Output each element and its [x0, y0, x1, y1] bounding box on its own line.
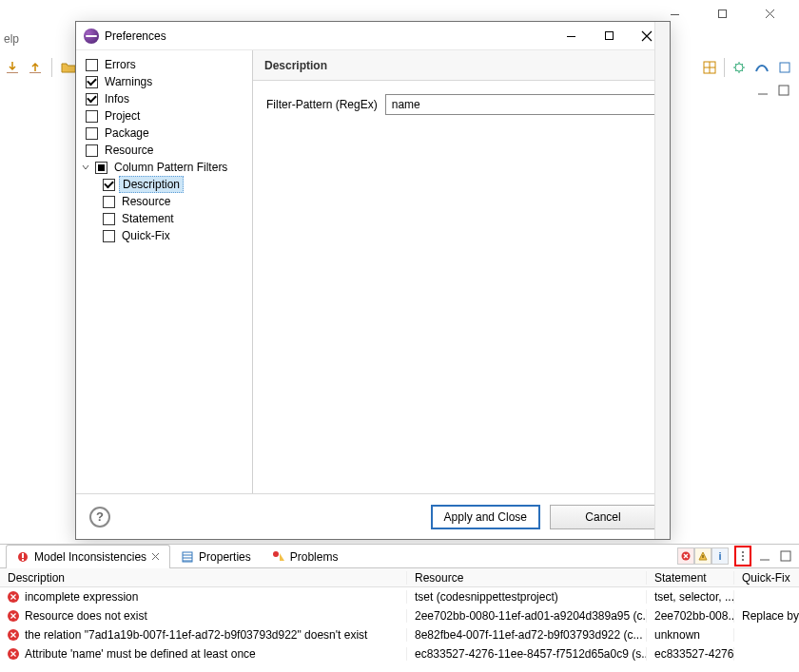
problems-icon	[272, 550, 285, 564]
properties-icon	[181, 550, 194, 564]
tree-item-infos[interactable]: Infos	[80, 90, 248, 107]
svg-rect-12	[702, 555, 703, 558]
editor-min-restore	[755, 84, 791, 97]
preferences-dialog: Preferences Errors Warnings Infos Projec…	[75, 21, 671, 540]
checkbox-icon[interactable]	[86, 59, 98, 71]
error-icon	[8, 629, 19, 641]
maximize-view-icon[interactable]	[776, 84, 791, 97]
dialog-titlebar[interactable]: Preferences	[76, 22, 670, 50]
view-tabbar: Model Inconsistencies Properties Problem…	[0, 545, 799, 568]
dialog-maximize-button[interactable]	[590, 23, 628, 49]
error-icon	[8, 648, 19, 660]
tree-item-description[interactable]: Description	[80, 176, 248, 193]
table-row[interactable]: the relation "7ad1a19b-007f-11ef-ad72-b9…	[0, 625, 799, 644]
checkbox-icon[interactable]	[86, 144, 98, 157]
close-tab-icon[interactable]	[151, 552, 160, 561]
error-icon	[8, 591, 19, 603]
inconsistencies-table[interactable]: Description Resource Statement Quick-Fix…	[0, 568, 799, 663]
filter-infos-icon[interactable]: i	[711, 547, 729, 565]
filter-errors-icon[interactable]	[677, 547, 694, 565]
menubar-fragment: elp	[0, 32, 19, 46]
table-header: Description Resource Statement Quick-Fix	[0, 568, 799, 587]
preferences-tree[interactable]: Errors Warnings Infos Project Package Re…	[76, 50, 253, 493]
cancel-button[interactable]: Cancel	[550, 505, 656, 529]
chevron-down-icon[interactable]	[80, 162, 91, 173]
svg-point-14	[742, 555, 744, 557]
tree-item-errors[interactable]: Errors	[80, 56, 248, 73]
vertical-scrollbar[interactable]	[654, 50, 670, 493]
error-icon	[8, 610, 19, 622]
arc-perspective-icon[interactable]	[753, 59, 770, 76]
svg-rect-7	[22, 553, 24, 558]
view-menu-button[interactable]	[734, 546, 751, 566]
tree-item-statement[interactable]: Statement	[80, 210, 248, 227]
checkbox-icon[interactable]	[103, 196, 115, 208]
svg-point-13	[742, 551, 744, 553]
checkbox-partial-icon[interactable]	[95, 162, 107, 174]
views-panel: Model Inconsistencies Properties Problem…	[0, 544, 799, 672]
minimize-panel-icon[interactable]	[757, 549, 772, 563]
checkbox-icon[interactable]	[86, 110, 98, 123]
checkbox-icon[interactable]	[86, 76, 98, 88]
svg-point-10	[273, 551, 279, 557]
debug-perspective-icon[interactable]	[731, 59, 748, 76]
tab-label: Problems	[290, 550, 339, 564]
tree-item-column-pattern-filters[interactable]: Column Pattern Filters	[80, 159, 248, 176]
svg-point-15	[742, 559, 744, 561]
tab-problems[interactable]: Problems	[262, 545, 349, 567]
tree-item-quick-fix[interactable]: Quick-Fix	[80, 227, 248, 244]
svg-rect-16	[781, 551, 790, 561]
svg-rect-3	[780, 63, 789, 72]
main-toolbar-right	[701, 53, 793, 82]
column-description[interactable]: Description	[0, 571, 407, 585]
tree-item-package[interactable]: Package	[80, 125, 248, 142]
checkbox-icon[interactable]	[103, 230, 115, 242]
parent-close-button[interactable]	[753, 3, 786, 24]
table-row[interactable]: Resource does not exist 2ee702bb-0080-11…	[0, 606, 799, 625]
inconsistency-icon	[16, 550, 29, 564]
maximize-panel-icon[interactable]	[778, 549, 793, 563]
dialog-title: Preferences	[105, 29, 552, 43]
parent-window-controls	[658, 0, 799, 27]
svg-rect-0	[718, 10, 726, 17]
parent-maximize-button[interactable]	[706, 3, 738, 24]
preferences-content: Description Filter-Pattern (RegEx)	[253, 50, 670, 493]
table-row[interactable]: incomplete expression tset (codesnippett…	[0, 587, 799, 606]
tab-label: Model Inconsistencies	[34, 550, 146, 564]
tree-item-warnings[interactable]: Warnings	[80, 73, 248, 90]
svg-rect-5	[605, 32, 613, 40]
svg-rect-8	[22, 559, 24, 561]
filter-pattern-label: Filter-Pattern (RegEx)	[266, 94, 378, 111]
minimize-view-icon[interactable]	[755, 84, 770, 97]
import-icon[interactable]	[4, 59, 21, 76]
tab-label: Properties	[199, 550, 251, 564]
checkbox-icon[interactable]	[86, 127, 98, 140]
checkbox-icon[interactable]	[86, 93, 98, 106]
tab-properties[interactable]: Properties	[170, 545, 262, 567]
column-statement[interactable]: Statement	[647, 571, 734, 585]
checkbox-icon[interactable]	[103, 179, 115, 191]
eclipse-icon	[84, 29, 99, 44]
tree-item-project[interactable]: Project	[80, 107, 248, 125]
dialog-minimize-button[interactable]	[552, 23, 590, 49]
tab-model-inconsistencies[interactable]: Model Inconsistencies	[6, 545, 170, 567]
column-quick-fix[interactable]: Quick-Fix	[734, 571, 799, 585]
table-row[interactable]: Attribute 'name' must be defined at leas…	[0, 644, 799, 663]
export-icon[interactable]	[27, 59, 44, 76]
filter-pattern-input[interactable]	[385, 94, 656, 115]
tree-item-resource[interactable]: Resource	[80, 142, 248, 159]
app-window: elp Preferences Errors	[0, 0, 799, 672]
tree-item-resource-filter[interactable]: Resource	[80, 193, 248, 210]
apply-and-close-button[interactable]: Apply and Close	[431, 505, 540, 529]
filter-warnings-icon[interactable]	[694, 547, 711, 565]
column-resource[interactable]: Resource	[407, 571, 647, 585]
perspective-icon-1[interactable]	[701, 59, 718, 76]
java-perspective-icon[interactable]	[776, 59, 793, 76]
svg-point-2	[735, 64, 743, 71]
content-header: Description	[253, 50, 670, 81]
svg-rect-4	[779, 86, 789, 95]
help-button[interactable]: ?	[89, 507, 110, 528]
checkbox-icon[interactable]	[103, 213, 115, 225]
